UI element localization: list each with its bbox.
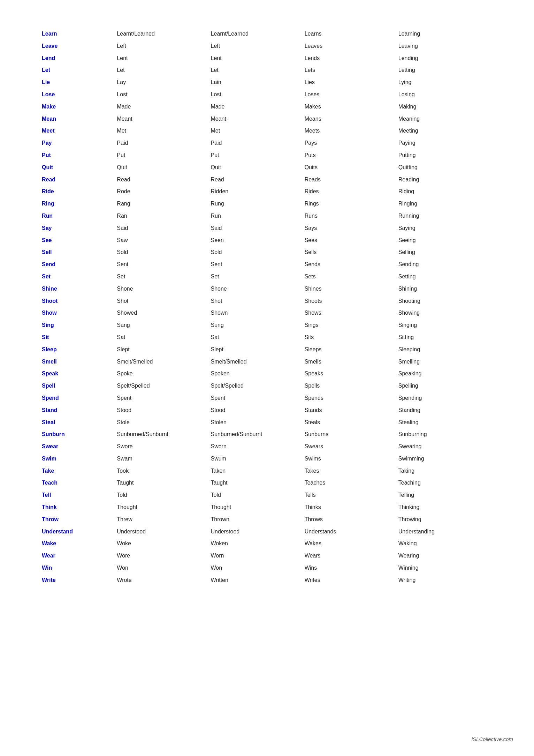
cell-pp: Taught <box>211 477 304 489</box>
cell-s3: Throws <box>305 514 398 526</box>
cell-past: Won <box>117 562 211 574</box>
cell-past: Sang <box>117 319 211 331</box>
table-row: LeaveLeftLeftLeavesLeaving <box>42 40 492 52</box>
table-row: SaySaidSaidSaysSaying <box>42 222 492 234</box>
table-row: LieLayLainLiesLying <box>42 76 492 89</box>
cell-ing: Swearing <box>398 441 492 453</box>
cell-s3: Stands <box>305 404 398 417</box>
cell-ing: Learning <box>398 28 492 40</box>
cell-ing: Losing <box>398 89 492 101</box>
cell-s3: Teaches <box>305 477 398 489</box>
cell-pp: Sold <box>211 246 304 259</box>
cell-pp: Lent <box>211 52 304 65</box>
cell-ing: Reading <box>398 174 492 186</box>
cell-pp: Thrown <box>211 514 304 526</box>
cell-pp: Spoken <box>211 368 304 380</box>
cell-base: Swim <box>42 453 117 465</box>
cell-ing: Saying <box>398 222 492 234</box>
cell-s3: Shoots <box>305 295 398 307</box>
cell-base: Teach <box>42 477 117 489</box>
cell-past: Ran <box>117 210 211 222</box>
cell-base: Throw <box>42 514 117 526</box>
table-row: WearWoreWornWearsWearing <box>42 550 492 562</box>
cell-s3: Lets <box>305 64 398 76</box>
cell-s3: Sends <box>305 259 398 271</box>
table-row: SpeakSpokeSpokenSpeaksSpeaking <box>42 368 492 380</box>
cell-pp: Won <box>211 562 304 574</box>
cell-past: Stole <box>117 417 211 429</box>
cell-past: Showed <box>117 307 211 319</box>
table-row: TeachTaughtTaughtTeachesTeaching <box>42 477 492 489</box>
cell-base: Win <box>42 562 117 574</box>
cell-past: Said <box>117 222 211 234</box>
table-row: LetLetLetLetsLetting <box>42 64 492 76</box>
table-row: MeetMetMetMeetsMeeting <box>42 125 492 137</box>
cell-s3: Rings <box>305 198 398 210</box>
cell-base: Learn <box>42 28 117 40</box>
table-row: UnderstandUnderstoodUnderstoodUnderstand… <box>42 526 492 538</box>
cell-pp: Run <box>211 210 304 222</box>
cell-ing: Seeing <box>398 234 492 247</box>
cell-pp: Sat <box>211 331 304 344</box>
table-row: LendLentLentLendsLending <box>42 52 492 65</box>
cell-base: Lose <box>42 89 117 101</box>
cell-s3: Thinks <box>305 501 398 514</box>
cell-s3: Speaks <box>305 368 398 380</box>
cell-pp: Put <box>211 149 304 162</box>
cell-base: Smell <box>42 356 117 368</box>
table-row: SleepSleptSleptSleepsSleeping <box>42 344 492 356</box>
watermark: iSLCollective.com <box>472 736 513 742</box>
cell-pp: Met <box>211 125 304 137</box>
cell-pp: Sworn <box>211 441 304 453</box>
cell-s3: Smells <box>305 356 398 368</box>
table-row: ThrowThrewThrownThrowsThrowing <box>42 514 492 526</box>
cell-past: Spent <box>117 392 211 404</box>
cell-past: Made <box>117 101 211 113</box>
table-row: TellToldToldTellsTelling <box>42 489 492 501</box>
cell-past: Shone <box>117 283 211 295</box>
cell-pp: Smelt/Smelled <box>211 356 304 368</box>
cell-s3: Sunburns <box>305 428 398 441</box>
table-row: PayPaidPaidPaysPaying <box>42 137 492 149</box>
cell-s3: Swears <box>305 441 398 453</box>
cell-ing: Singing <box>398 319 492 331</box>
table-row: WakeWokeWokenWakesWaking <box>42 538 492 550</box>
cell-s3: Sees <box>305 234 398 247</box>
cell-base: Write <box>42 574 117 586</box>
cell-s3: Sets <box>305 271 398 283</box>
cell-pp: Said <box>211 222 304 234</box>
table-row: ShineShoneShoneShinesShining <box>42 283 492 295</box>
table-row: StealStoleStolenStealsStealing <box>42 417 492 429</box>
cell-ing: Putting <box>398 149 492 162</box>
cell-past: Quit <box>117 162 211 174</box>
cell-ing: Thinking <box>398 501 492 514</box>
cell-past: Put <box>117 149 211 162</box>
cell-past: Wrote <box>117 574 211 586</box>
cell-base: Mean <box>42 113 117 125</box>
table-row: ShootShotShotShootsShooting <box>42 295 492 307</box>
cell-s3: Wins <box>305 562 398 574</box>
table-row: SwimSwamSwumSwimsSwimming <box>42 453 492 465</box>
cell-past: Sent <box>117 259 211 271</box>
cell-ing: Standing <box>398 404 492 417</box>
table-row: SunburnSunburned/SunburntSunburned/Sunbu… <box>42 428 492 441</box>
cell-ing: Ringing <box>398 198 492 210</box>
cell-base: Lend <box>42 52 117 65</box>
table-row: StandStoodStoodStandsStanding <box>42 404 492 417</box>
table-row: SmellSmelt/SmelledSmelt/SmelledSmellsSme… <box>42 356 492 368</box>
cell-base: Set <box>42 271 117 283</box>
table-row: SingSangSungSingsSinging <box>42 319 492 331</box>
cell-past: Sold <box>117 246 211 259</box>
cell-s3: Spells <box>305 380 398 392</box>
cell-past: Took <box>117 465 211 477</box>
cell-past: Thought <box>117 501 211 514</box>
cell-pp: Taken <box>211 465 304 477</box>
cell-past: Wore <box>117 550 211 562</box>
cell-base: Leave <box>42 40 117 52</box>
cell-ing: Riding <box>398 186 492 198</box>
cell-base: Think <box>42 501 117 514</box>
cell-ing: Meeting <box>398 125 492 137</box>
cell-pp: Seen <box>211 234 304 247</box>
cell-past: Sat <box>117 331 211 344</box>
cell-past: Learnt/Learned <box>117 28 211 40</box>
